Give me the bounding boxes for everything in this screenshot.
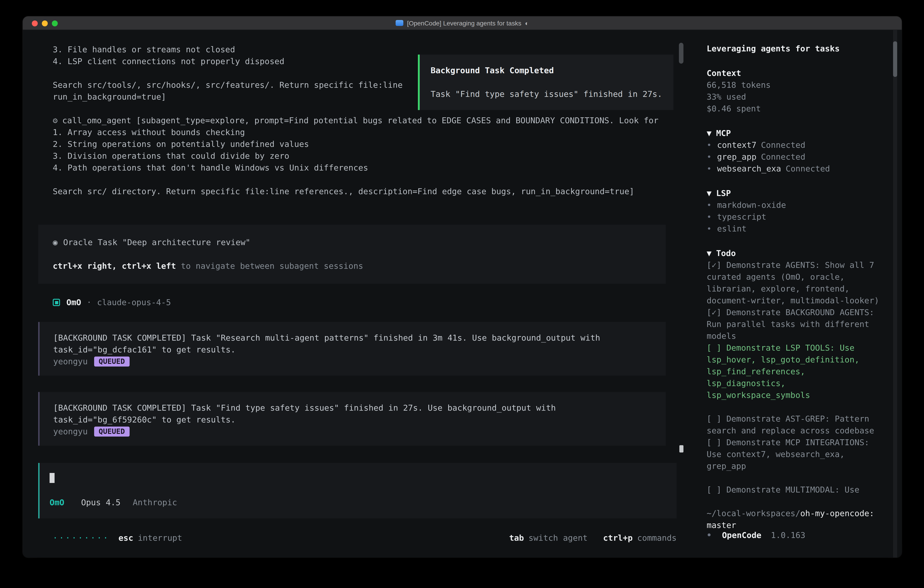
spinner-dots-icon: ········· — [53, 532, 109, 544]
esc-key-hint: esc — [119, 532, 133, 544]
message-meta: yeongyu QUEUED — [53, 426, 666, 438]
context-spent: $0.46 spent — [707, 103, 884, 115]
active-agent-name: OmO — [50, 497, 64, 507]
workspace-dir: ~/local-workspaces/ — [707, 509, 800, 518]
mcp-item: •grep_appConnected — [707, 151, 884, 163]
queued-badge: QUEUED — [94, 426, 130, 436]
message-line: [BACKGROUND TASK COMPLETED] Task "Find t… — [53, 402, 666, 414]
ctrlp-key-label: commands — [637, 532, 676, 544]
app-version-number: 1.0.163 — [771, 530, 805, 540]
oracle-task-panel[interactable]: ◉Oracle Task "Deep architecture review" … — [38, 225, 666, 284]
bullet-icon: • — [707, 152, 712, 162]
agent-session-header[interactable]: OmO · claude-opus-4-5 — [53, 297, 707, 308]
todo-item: [✓] Demonstrate AGENTS: Show all 7 curat… — [707, 259, 884, 307]
bullet-icon: • — [707, 212, 712, 221]
tool-call-text: call_omo_agent [subagent_type=explore, p… — [62, 116, 659, 125]
lsp-item: •markdown-oxide — [707, 199, 884, 211]
chat-pane: Background Task Completed Task "Find typ… — [23, 30, 707, 558]
statusbar: ········· esc interrupt tab switch agent… — [53, 532, 676, 544]
zoom-button[interactable] — [52, 20, 58, 26]
close-button[interactable] — [32, 20, 38, 26]
message-author: yeongyu — [53, 356, 88, 367]
minimize-button[interactable] — [42, 20, 48, 26]
ctrlp-key-hint: ctrl+p — [603, 532, 633, 544]
app-icon — [396, 20, 403, 26]
text-cursor — [50, 473, 54, 483]
agent-model: claude-opus-4-5 — [97, 297, 171, 308]
sidebar: Leveraging agents for tasks Context 66,5… — [707, 30, 902, 558]
separator: · — [87, 297, 92, 308]
queued-badge: QUEUED — [94, 357, 130, 367]
log-line: 1. Array access without bounds checking — [53, 126, 707, 138]
todo-item: [ ] Demonstrate MULTIMODAL: Use — [707, 484, 884, 496]
hint-keys: ctrl+x right, ctrl+x left — [53, 261, 176, 271]
log-line: Search src/ directory. Return specific f… — [53, 185, 707, 197]
hint-text: to navigate between subagent sessions — [176, 261, 363, 271]
tab-key-label: switch agent — [528, 532, 587, 544]
tool-call-header: ⚙call_omo_agent [subagent_type=explore, … — [53, 115, 707, 126]
bullet-icon: • — [707, 200, 712, 210]
tab-key-hint: tab — [509, 532, 524, 544]
tool-call: ⚙call_omo_agent [subagent_type=explore, … — [53, 115, 707, 197]
message-meta: yeongyu QUEUED — [53, 356, 666, 367]
agent-checkbox-icon — [53, 299, 60, 306]
message-line: task_id="bg_6f59260c" to get results. — [53, 414, 666, 426]
collapse-arrow-icon: ▼ — [707, 248, 712, 258]
bullet-icon: • — [707, 530, 712, 540]
message-line: [BACKGROUND TASK COMPLETED] Task "Resear… — [53, 332, 666, 344]
activity-icon: ◐ — [525, 17, 529, 29]
traffic-lights — [32, 17, 58, 30]
log-line: 2. String operations on potentially unde… — [53, 138, 707, 150]
todo-item: [ ] Demonstrate MCP INTEGRATIONS: Use co… — [707, 436, 884, 472]
context-tokens: 66,518 tokens — [707, 79, 884, 91]
oracle-task-title-line: ◉Oracle Task "Deep architecture review" — [53, 236, 655, 248]
todo-item: [✓] Demonstrate BACKGROUND AGENTS: Run p… — [707, 307, 884, 342]
workspace-repo: oh-my-opencode: — [800, 509, 874, 518]
esc-key-label: interrupt — [138, 532, 182, 544]
log-line: 3. Division operations that could divide… — [53, 150, 707, 162]
desktop: [OpenCode] Leveraging agents for tasks ◐… — [0, 0, 924, 588]
mcp-item: •websearch_exaConnected — [707, 163, 884, 175]
lsp-section-heading[interactable]: ▼LSP — [707, 187, 884, 199]
collapse-arrow-icon: ▼ — [707, 188, 712, 198]
oracle-task-title: Oracle Task "Deep architecture review" — [63, 237, 251, 247]
main-scrollbar-indicator[interactable] — [679, 445, 683, 453]
sidebar-scrollbar-thumb[interactable] — [893, 41, 897, 77]
sidebar-scrollbar-track — [893, 30, 897, 558]
log-line: 3. File handles or streams not closed — [53, 44, 707, 56]
collapse-arrow-icon: ▼ — [707, 128, 712, 138]
assistant-message: [BACKGROUND TASK COMPLETED] Task "Find t… — [38, 392, 666, 446]
context-heading: Context — [707, 67, 884, 79]
main-scrollbar-thumb[interactable] — [679, 43, 683, 64]
prompt-input[interactable]: OmO Opus 4.5 Anthropic — [38, 463, 676, 519]
workspace-path: ~/local-workspaces/oh-my-opencode: maste… — [707, 507, 884, 531]
titlebar[interactable]: [OpenCode] Leveraging agents for tasks ◐ — [23, 17, 902, 30]
bullet-icon: • — [707, 224, 712, 233]
todo-item: [ ] Demonstrate AST-GREP: Pattern search… — [707, 413, 884, 436]
bullet-icon: • — [707, 140, 712, 150]
message-line: task_id="bg_dcfac161" to get results. — [53, 344, 666, 356]
agent-name: OmO — [66, 297, 81, 308]
window-title: [OpenCode] Leveraging agents for tasks — [407, 17, 521, 29]
window-title-group: [OpenCode] Leveraging agents for tasks ◐ — [396, 17, 529, 29]
log-line: 4. Path operations that don't handle Win… — [53, 162, 707, 174]
mcp-section-heading[interactable]: ▼MCP — [707, 127, 884, 139]
message-author: yeongyu — [53, 426, 88, 438]
subagent-nav-hint: ctrl+x right, ctrl+x left to navigate be… — [53, 260, 655, 272]
lsp-item: •eslint — [707, 223, 884, 235]
todo-section-heading[interactable]: ▼Todo — [707, 248, 884, 259]
assistant-message: [BACKGROUND TASK COMPLETED] Task "Resear… — [38, 322, 666, 376]
active-model-name: Opus 4.5 — [81, 497, 120, 507]
input-meta: OmO Opus 4.5 Anthropic — [50, 497, 676, 509]
statusbar-right: tab switch agent ctrl+p commands — [509, 532, 676, 544]
lsp-item: •typescript — [707, 211, 884, 223]
session-title: Leveraging agents for tasks — [707, 43, 884, 55]
background-task-toast: Background Task Completed Task "Find typ… — [418, 55, 673, 110]
opencode-version: • OpenCode 1.0.163 — [707, 529, 805, 541]
mcp-item: •context7Connected — [707, 139, 884, 151]
context-used: 33% used — [707, 91, 884, 103]
log-line — [53, 174, 707, 185]
todo-item: [ ] Demonstrate LSP TOOLS: Use lsp_hover… — [707, 342, 884, 401]
toast-body: Task "Find type safety issues" finished … — [431, 88, 663, 100]
toast-title: Background Task Completed — [431, 64, 663, 76]
